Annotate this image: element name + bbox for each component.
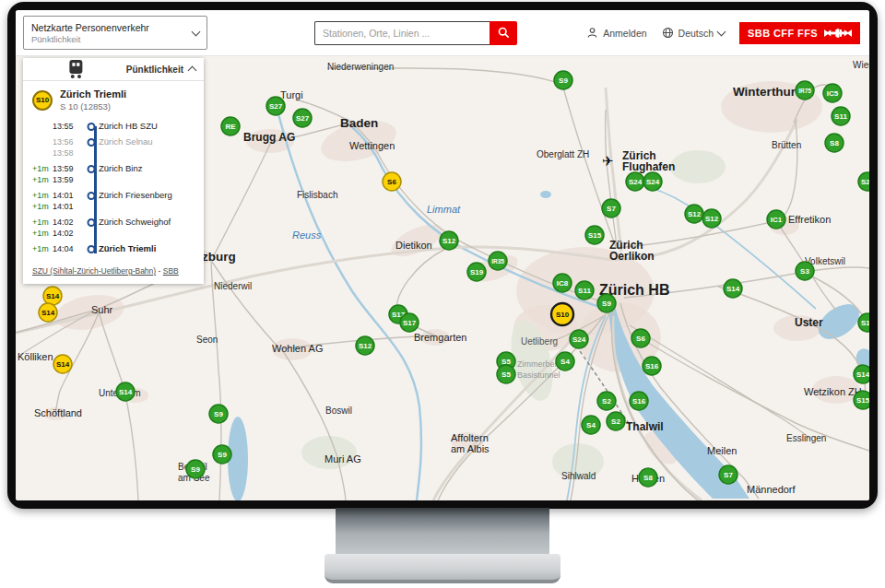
map-label: Wiesendangen (853, 60, 869, 70)
line-badge[interactable]: S24 (570, 330, 588, 348)
language-selector[interactable]: Deutsch (662, 27, 726, 39)
svg-text:S7: S7 (607, 205, 616, 213)
line-badge[interactable]: S12 (702, 209, 721, 228)
stop-row[interactable]: +1m14:04Zürich Triemli (23, 243, 198, 254)
line-badge[interactable]: S2 (607, 412, 625, 430)
line-badge[interactable]: S24 (643, 172, 662, 191)
line-badge[interactable]: S4 (556, 352, 574, 370)
line-badge[interactable]: S27 (293, 109, 312, 127)
line-badge[interactable]: S17 (400, 313, 419, 332)
stop-row[interactable]: +1m+1m13:5913:59Zürich Binz (23, 163, 198, 185)
footer-link[interactable]: SZU (Sihltal-Zürich-Uetliberg-Bahn) (32, 266, 156, 276)
map-label: Boswil (325, 406, 352, 416)
layer-dropdown-text: Netzkarte Personenverkehr Pünktlichkeit (31, 22, 193, 44)
line-badge[interactable]: IR35 (489, 252, 507, 270)
line-badge[interactable]: S9 (554, 71, 572, 89)
line-badge[interactable]: S14 (53, 355, 72, 373)
svg-text:S9: S9 (602, 300, 611, 308)
line-badge[interactable]: S12 (685, 205, 703, 223)
line-badge[interactable]: RE (221, 117, 240, 135)
train-icon (31, 58, 121, 80)
map-label: Muri AG (324, 453, 361, 465)
line-badge[interactable]: S14 (39, 303, 57, 322)
line-badge[interactable]: S11 (575, 281, 594, 300)
line-badge[interactable]: IC1 (767, 210, 785, 229)
search-button[interactable] (490, 21, 517, 45)
line-badge[interactable]: S16 (643, 357, 661, 375)
svg-text:S6: S6 (636, 335, 645, 343)
line-badge[interactable]: S9 (213, 445, 231, 464)
map-label: Baden (340, 116, 378, 130)
map-container: NiederweningenTurgiBadenBrugg AGWettinge… (16, 56, 869, 500)
line-badge[interactable]: S7 (719, 465, 738, 484)
map-label: Uetliberg (521, 336, 558, 347)
line-badge[interactable]: S11 (832, 107, 850, 125)
login-button[interactable]: Anmelden (586, 27, 646, 39)
line-badge[interactable]: S15 (585, 226, 604, 244)
line-badge[interactable]: S14 (724, 279, 742, 298)
line-badge[interactable]: S24 (626, 172, 644, 191)
line-badge[interactable]: S6 (383, 172, 401, 191)
map-label: Niederweningen (327, 62, 394, 72)
stop-row[interactable]: +1m+1m14:0214:02Zürich Schweighof (23, 217, 198, 239)
line-badge[interactable]: S7 (602, 199, 620, 218)
panel-header[interactable]: Pünktlichkeit (23, 58, 204, 81)
svg-text:S2: S2 (611, 417, 620, 426)
svg-text:S27: S27 (269, 102, 283, 111)
stop-row[interactable]: 13:55Zürich HB SZU (23, 121, 198, 132)
line-badge[interactable]: S4 (582, 416, 600, 434)
svg-text:S9: S9 (214, 410, 223, 418)
stop-dot (88, 245, 96, 253)
line-badge[interactable]: S16 (630, 392, 648, 410)
line-badge[interactable]: S3 (796, 262, 814, 280)
svg-text:IC5: IC5 (827, 89, 839, 98)
svg-text:S18: S18 (861, 319, 869, 327)
svg-text:IC8: IC8 (557, 279, 569, 288)
map-label: Dietikon (395, 240, 432, 251)
map-label: Schöftland (34, 407, 82, 418)
line-badge[interactable]: S9 (186, 460, 205, 478)
chevron-up-icon (188, 66, 197, 76)
line-badge[interactable]: S19 (467, 263, 486, 281)
sbb-logo: SBB CFF FFS (739, 22, 860, 44)
svg-text:S14: S14 (46, 292, 60, 300)
line-badge[interactable]: S8 (825, 134, 844, 152)
line-badge[interactable]: S12 (440, 231, 458, 250)
map-label: Reuss (292, 229, 322, 241)
line-badge[interactable]: S14 (116, 382, 135, 401)
line-badge[interactable]: S15 (854, 391, 869, 409)
search-icon (498, 27, 510, 39)
line-badge[interactable]: S9 (597, 294, 616, 312)
monitor-stand-base (324, 554, 560, 583)
map-label: Fislisbach (297, 190, 337, 200)
stop-row[interactable]: +1m+1m14:0114:01Zürich Friesenberg (23, 190, 198, 212)
line-badge[interactable]: S2 (597, 392, 616, 410)
svg-text:S11: S11 (834, 112, 847, 121)
stop-dot (88, 123, 96, 131)
line-badge[interactable]: S14 (43, 287, 62, 305)
monitor-bezel: Netzkarte Personenverkehr Pünktlichkeit (7, 2, 878, 509)
line-badge[interactable]: IC8 (553, 274, 572, 292)
footer-link[interactable]: SBB (163, 266, 179, 276)
line-badge[interactable]: S8 (639, 468, 657, 487)
svg-text:S12: S12 (705, 215, 719, 223)
svg-text:S9: S9 (218, 451, 227, 459)
line-badge[interactable]: S14 (854, 365, 869, 383)
map-label: Thalwil (626, 420, 664, 433)
line-badge[interactable]: S10 (551, 303, 573, 325)
layer-dropdown[interactable]: Netzkarte Personenverkehr Pünktlichkeit (23, 16, 207, 50)
line-badge[interactable]: S9 (209, 405, 228, 423)
line-badge[interactable]: S27 (266, 97, 285, 115)
line-badge[interactable]: IR75 (796, 81, 814, 100)
stop-row[interactable]: 13:5613:58Zürich Selnau (23, 136, 198, 159)
line-badge[interactable]: S5 (497, 365, 515, 383)
svg-text:S14: S14 (856, 370, 869, 379)
line-badge[interactable]: S6 (631, 329, 650, 347)
map-label: Seon (196, 335, 218, 345)
line-badge[interactable]: S12 (356, 336, 374, 355)
svg-text:S8: S8 (830, 139, 839, 147)
search-input[interactable] (314, 21, 490, 45)
stop-name: Zürich Triemli (99, 243, 198, 254)
line-badge[interactable]: IC5 (823, 84, 842, 102)
map-label: Sihlwald (561, 471, 596, 481)
